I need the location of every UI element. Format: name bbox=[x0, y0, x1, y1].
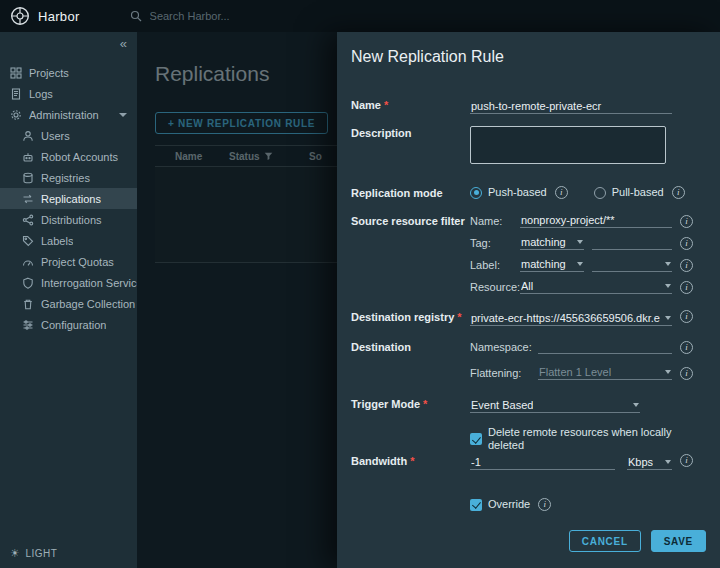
filter-resource-select[interactable]: All bbox=[520, 278, 672, 294]
override-checkbox[interactable] bbox=[470, 499, 482, 511]
name-label: Name* bbox=[351, 98, 470, 112]
name-input[interactable] bbox=[470, 98, 672, 114]
interrogation-services-icon bbox=[22, 277, 34, 289]
description-label: Description bbox=[351, 126, 470, 140]
flattening-row: Flattening: Flatten 1 Level i bbox=[470, 366, 703, 380]
replication-mode-label: Replication mode bbox=[351, 186, 470, 200]
namespace-input[interactable] bbox=[538, 338, 672, 354]
replications-icon bbox=[22, 193, 34, 205]
pull-based-info-icon[interactable]: i bbox=[672, 186, 685, 199]
namespace-info-icon[interactable]: i bbox=[680, 341, 693, 354]
sidebar-item-distributions[interactable]: Distributions bbox=[0, 209, 137, 230]
filter-tag-mode-select[interactable]: matching bbox=[520, 234, 584, 250]
sidebar-item-logs[interactable]: Logs bbox=[0, 83, 137, 104]
flattening-info-icon[interactable]: i bbox=[680, 367, 693, 380]
sidebar-item-administration[interactable]: Administration bbox=[0, 104, 137, 125]
override-row: Override i bbox=[351, 498, 703, 511]
filter-tag-label: Tag: bbox=[470, 236, 520, 250]
sidebar-item-projects[interactable]: Projects bbox=[0, 62, 137, 83]
chevron-down-icon bbox=[577, 262, 583, 266]
trigger-mode-label: Trigger Mode* bbox=[351, 397, 470, 411]
global-search bbox=[130, 9, 368, 23]
push-based-label: Push-based bbox=[488, 186, 547, 199]
destination-registry-row: Destination registry* private-ecr-https:… bbox=[351, 310, 703, 326]
sidebar-item-robot-accounts[interactable]: Robot Accounts bbox=[0, 146, 137, 167]
flattening-select[interactable]: Flatten 1 Level bbox=[538, 364, 672, 380]
labels-icon bbox=[22, 235, 34, 247]
destination-registry-select[interactable]: private-ecr-https://455636659506.dkr.ecr… bbox=[470, 310, 672, 326]
delete-remote-row: Delete remote resources when locally del… bbox=[351, 426, 703, 452]
sidebar-item-registries[interactable]: Registries bbox=[0, 167, 137, 188]
pull-based-radio[interactable] bbox=[594, 187, 606, 199]
filter-label-label: Label: bbox=[470, 258, 520, 272]
sidebar-nav: Projects Logs Administration Users bbox=[0, 62, 137, 335]
theme-toggle[interactable]: ☀ LIGHT bbox=[10, 547, 57, 560]
bandwidth-input[interactable] bbox=[470, 454, 615, 470]
brand-title: Harbor bbox=[38, 9, 80, 24]
source-resource-filter-label: Source resource filter bbox=[351, 214, 470, 228]
sidebar-item-users[interactable]: Users bbox=[0, 125, 137, 146]
override-info-icon[interactable]: i bbox=[538, 498, 551, 511]
sidebar-item-configuration[interactable]: Configuration bbox=[0, 314, 137, 335]
destination-registry-info-icon[interactable]: i bbox=[680, 310, 693, 323]
filter-tag-input[interactable] bbox=[592, 234, 672, 250]
filter-tag-info-icon[interactable]: i bbox=[680, 237, 693, 250]
robot-accounts-icon bbox=[22, 151, 34, 163]
filter-label-info-icon[interactable]: i bbox=[680, 259, 693, 272]
bandwidth-row: Bandwidth* Kbps i bbox=[351, 454, 703, 470]
description-field-row: Description bbox=[351, 126, 703, 164]
top-bar: Harbor bbox=[0, 0, 720, 32]
distributions-icon bbox=[22, 214, 34, 226]
harbor-logo-icon bbox=[10, 6, 30, 26]
modal-title: New Replication Rule bbox=[351, 48, 504, 66]
chevron-down-icon bbox=[665, 370, 671, 374]
filter-name-row: Name: i bbox=[470, 214, 703, 228]
bandwidth-label: Bandwidth* bbox=[351, 454, 470, 468]
bandwidth-unit-select[interactable]: Kbps bbox=[627, 454, 672, 470]
chevron-down-icon bbox=[665, 284, 671, 288]
filter-name-info-icon[interactable]: i bbox=[680, 215, 693, 228]
delete-remote-checkbox[interactable] bbox=[470, 433, 482, 445]
sidebar: « Projects Logs Administration bbox=[0, 32, 137, 568]
trigger-mode-select[interactable]: Event Based bbox=[470, 397, 640, 413]
sidebar-item-replications[interactable]: Replications bbox=[0, 188, 137, 209]
sidebar-collapse-icon[interactable]: « bbox=[120, 36, 127, 51]
filter-name-input[interactable] bbox=[520, 212, 672, 228]
chevron-down-icon bbox=[665, 460, 671, 464]
destination-registry-label: Destination registry* bbox=[351, 310, 470, 324]
projects-icon bbox=[10, 67, 22, 79]
push-based-info-icon[interactable]: i bbox=[555, 186, 568, 199]
search-icon bbox=[130, 10, 142, 22]
configuration-icon bbox=[22, 319, 34, 331]
flattening-label: Flattening: bbox=[470, 366, 538, 380]
chevron-down-icon bbox=[633, 403, 639, 407]
destination-row: Destination Namespace: i Flattening: Fla… bbox=[351, 340, 703, 380]
description-textarea[interactable] bbox=[470, 126, 666, 164]
filter-label-row: Label: matching i bbox=[470, 258, 703, 272]
new-replication-rule-modal: New Replication Rule Name* Description R… bbox=[337, 32, 720, 568]
chevron-down-icon bbox=[577, 240, 583, 244]
users-icon bbox=[22, 130, 34, 142]
filter-label-value-select[interactable] bbox=[592, 256, 672, 272]
filter-label-mode-select[interactable]: matching bbox=[520, 256, 584, 272]
filter-tag-row: Tag: matching i bbox=[470, 236, 703, 250]
destination-label: Destination bbox=[351, 340, 470, 354]
sidebar-item-garbage-collection[interactable]: Garbage Collection bbox=[0, 293, 137, 314]
sidebar-item-interrogation-services[interactable]: Interrogation Services bbox=[0, 272, 137, 293]
push-based-radio[interactable] bbox=[470, 187, 482, 199]
sidebar-item-project-quotas[interactable]: Project Quotas bbox=[0, 251, 137, 272]
namespace-row: Namespace: i bbox=[470, 340, 703, 354]
override-label: Override bbox=[488, 498, 530, 511]
bandwidth-info-icon[interactable]: i bbox=[680, 454, 693, 467]
modal-footer: CANCEL SAVE bbox=[569, 530, 706, 552]
delete-remote-label: Delete remote resources when locally del… bbox=[488, 426, 703, 452]
sidebar-item-labels[interactable]: Labels bbox=[0, 230, 137, 251]
filter-resource-info-icon[interactable]: i bbox=[680, 281, 693, 294]
filter-resource-row: Resource: All i bbox=[470, 280, 703, 294]
search-input[interactable] bbox=[148, 9, 368, 23]
pull-based-label: Pull-based bbox=[612, 186, 664, 199]
cancel-button[interactable]: CANCEL bbox=[569, 530, 641, 552]
sun-icon: ☀ bbox=[10, 547, 20, 560]
save-button[interactable]: SAVE bbox=[651, 530, 706, 552]
project-quotas-icon bbox=[22, 256, 34, 268]
